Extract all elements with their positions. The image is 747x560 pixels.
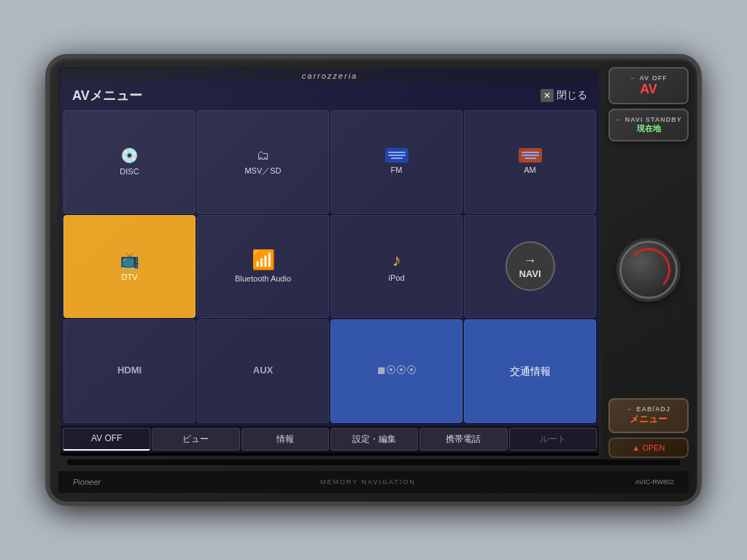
model-number: AVIC-RW802 xyxy=(635,478,674,486)
hdmi-icon: HDMI xyxy=(117,365,142,376)
navi-label-2: NAVI xyxy=(519,268,541,279)
av-off-button[interactable]: AV OFF xyxy=(63,428,150,451)
menu-item-ipod[interactable]: ♪ iPod xyxy=(330,215,462,319)
dial-container xyxy=(608,146,689,394)
car-unit: carrozzeria AVメニュー ✕ 閉じる 💿 DISC xyxy=(45,54,702,506)
av-off-sub: ← AV OFF xyxy=(610,74,687,82)
ipod-icon: ♪ xyxy=(392,250,401,271)
am-label: AM xyxy=(524,166,536,175)
current-loc-label: 現在地 xyxy=(637,124,661,133)
av-power-button[interactable]: ← AV OFF AV xyxy=(608,67,689,104)
wifi-icon: ◼⦿⦿⦿ xyxy=(377,364,417,376)
current-location-button[interactable]: ← NAVI STANDBY 現在地 xyxy=(608,109,689,141)
menu-button[interactable]: ← EAB/ADJ メニュー xyxy=(608,398,689,433)
settings-label: 設定・編集 xyxy=(352,434,396,444)
brand-bar: carrozzeria xyxy=(61,69,599,82)
phone-button[interactable]: 携帯電話 xyxy=(419,428,507,451)
menu-item-aux[interactable]: AUX xyxy=(197,319,329,423)
right-controls: ← AV OFF AV ← NAVI STANDBY 現在地 ← EAB/ADJ… xyxy=(601,67,689,458)
menu-item-fm[interactable]: FM xyxy=(330,110,462,214)
aux-icon: AUX xyxy=(253,365,273,376)
av-header: AVメニュー ✕ 閉じる xyxy=(61,82,599,107)
brand-name: carrozzeria xyxy=(302,71,357,80)
menu-item-hdmi[interactable]: HDMI xyxy=(63,319,196,423)
close-label: 閉じる xyxy=(557,89,587,102)
settings-button[interactable]: 設定・編集 xyxy=(330,428,418,451)
disc-slot xyxy=(67,459,680,465)
bottom-bar: AV OFF ビュー 情報 設定・編集 携帯電話 ルート xyxy=(61,426,599,453)
open-button[interactable]: ▲ OPEN xyxy=(608,438,689,458)
fm-label: FM xyxy=(391,166,403,175)
ipod-label: iPod xyxy=(388,273,404,283)
info-label: 情報 xyxy=(276,434,294,444)
view-button[interactable]: ビュー xyxy=(152,428,239,451)
menu-item-traffic-wifi[interactable]: ◼⦿⦿⦿ xyxy=(330,319,462,423)
traffic-label: 交通情報 xyxy=(510,365,551,378)
route-button[interactable]: ルート xyxy=(509,428,597,451)
menu-item-am[interactable]: AM xyxy=(464,110,596,214)
bluetooth-label: Bluetooth Audio xyxy=(235,274,291,284)
pioneer-logo: Pioneer xyxy=(73,478,101,486)
menu-item-traffic[interactable]: 交通情報 xyxy=(464,319,596,423)
open-label: ▲ OPEN xyxy=(632,443,665,452)
menu-label: メニュー xyxy=(630,413,667,424)
dtv-label: DTV xyxy=(122,273,138,282)
view-label: ビュー xyxy=(182,434,209,444)
av-title: AVメニュー xyxy=(72,87,142,104)
am-icon xyxy=(519,148,542,163)
dtv-icon: 📺 xyxy=(120,251,139,270)
av-label: AV xyxy=(640,82,657,96)
route-label: ルート xyxy=(540,434,566,444)
bluetooth-icon: 📶 xyxy=(252,249,275,271)
navi-button[interactable]: → NAVI xyxy=(506,241,555,291)
av-off-label: AV OFF xyxy=(91,433,122,443)
memory-nav-label: MEMORY NAVIGATION xyxy=(320,478,416,486)
volume-dial[interactable] xyxy=(619,241,678,299)
phone-label: 携帯電話 xyxy=(446,434,481,444)
navi-standby-sub: ← NAVI STANDBY xyxy=(610,116,687,123)
disc-label: DISC xyxy=(120,167,139,176)
menu-sub: ← EAB/ADJ xyxy=(610,405,687,413)
dial-ring xyxy=(627,248,670,292)
unit-top: carrozzeria AVメニュー ✕ 閉じる 💿 DISC xyxy=(58,67,689,458)
fm-icon xyxy=(385,148,409,163)
menu-grid: 💿 DISC 🗂 MSV／SD xyxy=(61,107,599,426)
msv-sd-label: MSV／SD xyxy=(244,166,281,176)
navi-arrow-icon: → xyxy=(524,253,537,268)
screen-content: AVメニュー ✕ 閉じる 💿 DISC 🗂 MSV／SD xyxy=(61,82,599,453)
navi-usb-cell: → NAVI xyxy=(464,215,596,319)
unit-bottom: Pioneer MEMORY NAVIGATION AVIC-RW802 xyxy=(58,471,689,493)
disc-icon: 💿 xyxy=(120,147,139,164)
info-button[interactable]: 情報 xyxy=(241,428,329,451)
close-button[interactable]: ✕ 閉じる xyxy=(541,89,587,102)
close-x-icon: ✕ xyxy=(541,89,554,102)
menu-item-disc[interactable]: 💿 DISC xyxy=(63,110,196,214)
menu-item-bluetooth[interactable]: 📶 Bluetooth Audio xyxy=(197,215,329,319)
menu-item-dtv[interactable]: 📺 DTV xyxy=(63,215,196,319)
screen-container: carrozzeria AVメニュー ✕ 閉じる 💿 DISC xyxy=(58,67,601,458)
sd-icon: 🗂 xyxy=(257,148,270,163)
menu-item-msv-sd[interactable]: 🗂 MSV／SD xyxy=(197,110,329,214)
